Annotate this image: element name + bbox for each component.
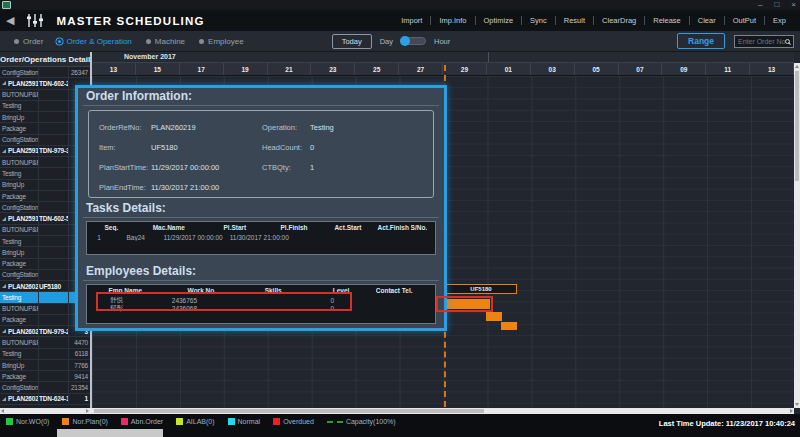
menu-item[interactable]: Import — [393, 16, 430, 25]
scroll-left-icon[interactable] — [1, 409, 4, 413]
today-button[interactable]: Today — [332, 34, 372, 49]
field-label: CTBQty: — [262, 163, 310, 172]
employees-title: Employees Details: — [86, 264, 196, 278]
menu-item[interactable]: Clear — [689, 16, 724, 25]
gantt-bar[interactable] — [501, 322, 517, 330]
menu-item[interactable]: Release — [644, 16, 689, 25]
scroll-right-icon[interactable] — [790, 409, 793, 413]
close-button[interactable]: × — [791, 0, 796, 10]
gantt-bar-outline[interactable]: UF5180 — [445, 284, 517, 294]
legend-label: Abn.Order — [131, 418, 163, 425]
tasks-table: Seq.Mac.NamePl.StartPl.FinishAct.StartAc… — [86, 221, 436, 255]
menu-item[interactable]: Optimize — [475, 16, 522, 25]
scroll-right-icon[interactable] — [86, 409, 89, 413]
view-radio-label: Employee — [208, 37, 244, 46]
order-search-box[interactable] — [734, 35, 794, 48]
row-name: Testing — [2, 294, 21, 301]
order-info-row: OrderRefNo: PLAN260219 Operation: Testin… — [89, 117, 433, 137]
legend-item: AILAB(0) — [176, 418, 214, 425]
menu-item[interactable]: Sync — [521, 16, 555, 25]
row-item-no — [39, 135, 69, 145]
day-tick: 09 — [662, 63, 706, 75]
list-item[interactable]: Package 9414 — [0, 371, 90, 382]
row-item-no — [39, 191, 69, 201]
divider — [83, 280, 439, 281]
row-name: ConfigStation — [2, 136, 38, 143]
menu-item[interactable]: Exp — [764, 16, 794, 25]
field-label: Operation: — [262, 123, 310, 132]
day-tick: 19 — [224, 63, 268, 75]
day-tick: 23 — [311, 63, 355, 75]
expander-icon — [2, 284, 6, 288]
row-item-no — [39, 90, 69, 100]
legend-swatch — [273, 418, 280, 425]
legend-label: Capacity(100%) — [346, 418, 396, 425]
list-item[interactable]: ConfigStation 21354 — [0, 382, 90, 393]
expander-icon — [2, 149, 6, 153]
day-tick: 29 — [443, 63, 487, 75]
menu-item[interactable]: Result — [555, 16, 593, 25]
row-item-no — [39, 112, 69, 122]
row-name: ConfigStation — [2, 384, 38, 391]
list-item[interactable]: BringUp 7766 — [0, 360, 90, 371]
list-item[interactable]: ConfigStation 26347 — [0, 67, 90, 78]
range-button[interactable]: Range — [677, 33, 725, 49]
radio-icon — [58, 40, 61, 43]
app-title: MASTER SCHEDULING — [56, 15, 204, 27]
scrollbar-thumb[interactable] — [795, 71, 799, 181]
search-icon[interactable] — [785, 39, 790, 44]
list-item[interactable]: Testing 6118 — [0, 349, 90, 360]
row-name: BringUp — [2, 362, 24, 369]
day-tick: 03 — [531, 63, 575, 75]
view-radio[interactable]: Order — [14, 37, 43, 46]
field-value: 0 — [310, 143, 433, 152]
gantt-vertical-scrollbar[interactable] — [794, 63, 800, 408]
menu-item[interactable]: ClearDrag — [593, 16, 644, 25]
view-radio[interactable]: Machine — [146, 37, 185, 46]
tasks-table-header: Seq.Mac.NamePl.StartPl.FinishAct.StartAc… — [87, 222, 435, 233]
column-header: Contact Tel. — [376, 287, 413, 294]
field-value: 11/29/2017 00:00:00 — [151, 163, 262, 172]
sliders-icon[interactable] — [26, 14, 44, 27]
minimize-button[interactable]: – — [758, 0, 762, 10]
app-header: ◀ MASTER SCHEDULING Import Imp.Info Opti… — [0, 10, 800, 31]
row-name: PLAN2591 — [8, 215, 39, 222]
scroll-up-icon[interactable] — [795, 65, 799, 68]
day-hour-toggle[interactable] — [400, 37, 426, 45]
menu-item[interactable]: OutPut — [724, 16, 764, 25]
menu-item[interactable]: Imp.Info — [430, 16, 474, 25]
view-radio[interactable]: Order & Operation — [57, 37, 131, 46]
scroll-down-icon[interactable] — [795, 403, 799, 406]
month-label: November 2017 — [124, 53, 176, 60]
row-name: BUTONUP&F — [2, 159, 39, 166]
view-radio-label: Order — [23, 37, 43, 46]
maximize-button[interactable]: □ — [774, 0, 779, 10]
row-item-no — [39, 180, 69, 190]
row-name: Testing — [2, 350, 21, 357]
row-name: Testing — [2, 170, 21, 177]
legend-label: Nor.Plan(0) — [72, 418, 107, 425]
list-item[interactable]: PLAN2602 TDN-624-105 1 — [0, 394, 90, 405]
row-qty: 7766 — [69, 360, 90, 370]
gantt-bar[interactable] — [486, 312, 502, 321]
toggle-knob[interactable] — [400, 36, 410, 46]
timeline-day-ticks: 13 15 17 19 21 23 25 27 29 01 03 05 07 0… — [92, 63, 794, 76]
radio-icon — [14, 39, 19, 44]
back-arrow-icon[interactable]: ◀ — [6, 10, 14, 31]
day-tick: 01 — [487, 63, 531, 75]
legend-swatch — [327, 421, 343, 423]
order-search-input[interactable] — [738, 38, 785, 45]
list-item[interactable]: BUTONUP&F 4470 — [0, 337, 90, 348]
row-qty: 1 — [69, 394, 90, 404]
field-value: 1 — [310, 163, 433, 172]
day-tick: 11 — [706, 63, 750, 75]
row-item-no — [39, 225, 69, 235]
row-name: BUTONUP&F — [2, 226, 39, 233]
scrollbar-thumb[interactable] — [94, 409, 484, 413]
row-item-no: TDN-602-58 — [39, 213, 69, 223]
view-radio[interactable]: Employee — [199, 37, 244, 46]
app-icon — [2, 1, 11, 9]
row-item-no — [39, 315, 69, 325]
day-tick: 07 — [619, 63, 663, 75]
row-name: PLAN2602 — [8, 395, 39, 402]
